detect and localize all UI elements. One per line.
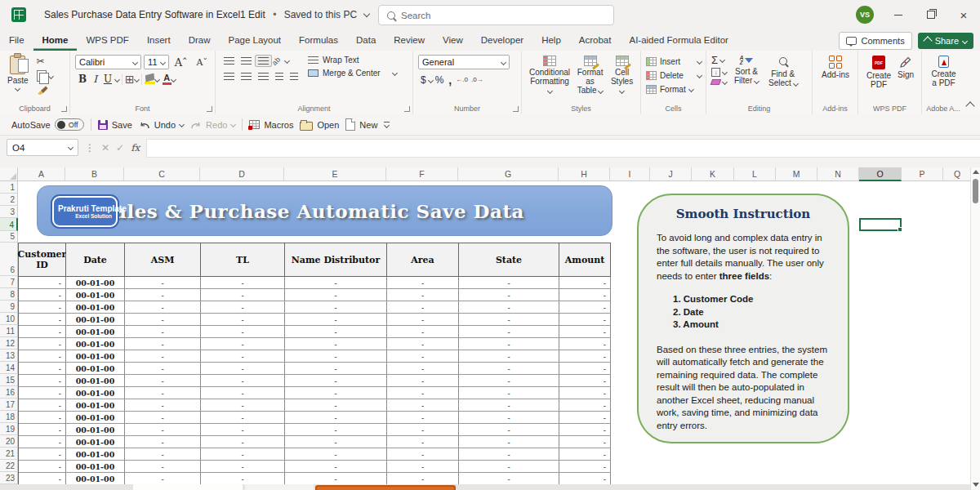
orientation-icon[interactable]: ab bbox=[270, 55, 282, 66]
row-header-19[interactable]: 19 bbox=[0, 423, 18, 435]
search-input[interactable]: Search bbox=[378, 5, 614, 25]
format-painter-icon[interactable] bbox=[37, 86, 48, 95]
collapse-ribbon-icon[interactable] bbox=[965, 101, 974, 110]
open-button[interactable]: Open bbox=[300, 119, 339, 131]
grid-cell[interactable]: 00-01-00 bbox=[66, 424, 125, 436]
grid-cell[interactable]: - bbox=[559, 399, 611, 412]
selected-cell-O4[interactable] bbox=[859, 218, 902, 231]
row-header-17[interactable]: 17 bbox=[0, 399, 18, 411]
grid-cell[interactable]: - bbox=[559, 363, 611, 375]
tab-data[interactable]: Data bbox=[347, 29, 385, 51]
row-header-4[interactable]: 4 bbox=[0, 218, 18, 231]
tab-ai-aided-formula-editor[interactable]: AI-aided Formula Editor bbox=[620, 29, 737, 51]
grid-cell[interactable]: - bbox=[387, 399, 459, 412]
grid-cell[interactable]: - bbox=[459, 424, 559, 436]
grid-cell[interactable]: - bbox=[201, 461, 285, 473]
grid-cell[interactable]: - bbox=[19, 436, 66, 448]
shrink-font-button[interactable]: Aˇ bbox=[194, 57, 211, 68]
row-header-9[interactable]: 9 bbox=[0, 301, 18, 313]
grid-cell[interactable]: - bbox=[125, 277, 201, 289]
autosave-toggle[interactable]: AutoSave Off bbox=[11, 118, 84, 131]
row-header-21[interactable]: 21 bbox=[0, 448, 18, 460]
comments-button[interactable]: Comments bbox=[839, 32, 911, 50]
avatar[interactable]: VS bbox=[856, 6, 874, 24]
align-left-button[interactable] bbox=[220, 70, 238, 82]
scroll-up-icon[interactable] bbox=[973, 170, 979, 174]
grid-cell[interactable]: - bbox=[559, 326, 611, 338]
increase-indent-button[interactable] bbox=[287, 70, 301, 82]
close-button[interactable]: × bbox=[947, 0, 980, 29]
grid-cell[interactable]: - bbox=[19, 301, 66, 314]
grid-cell[interactable]: - bbox=[459, 350, 559, 363]
grid-cell[interactable]: - bbox=[459, 326, 559, 338]
grid-cell[interactable]: - bbox=[559, 314, 611, 326]
grid-cell[interactable]: - bbox=[201, 448, 285, 461]
column-header-P[interactable]: P bbox=[902, 167, 943, 181]
grid-cell[interactable]: - bbox=[459, 289, 559, 301]
grid-cell[interactable]: - bbox=[387, 412, 459, 424]
grid-cell[interactable]: - bbox=[201, 314, 285, 326]
grid-cell[interactable]: 00-01-00 bbox=[66, 338, 125, 350]
grid-cell[interactable]: 00-01-00 bbox=[66, 473, 125, 485]
column-header-K[interactable]: K bbox=[692, 167, 734, 181]
row-header-3[interactable]: 3 bbox=[0, 206, 18, 218]
row-header-14[interactable]: 14 bbox=[0, 362, 18, 374]
grid-cell[interactable]: - bbox=[19, 277, 66, 289]
grid-cell[interactable]: - bbox=[459, 412, 559, 424]
grid-cell[interactable]: - bbox=[285, 399, 387, 412]
grid-cell[interactable]: 00-01-00 bbox=[66, 448, 125, 461]
wrap-text-button[interactable]: Wrap Text bbox=[308, 56, 397, 65]
column-header-H[interactable]: H bbox=[559, 167, 610, 181]
tab-acrobat[interactable]: Acrobat bbox=[570, 29, 621, 51]
redo-button[interactable]: Redo bbox=[190, 120, 235, 130]
row-header-23[interactable]: 23 bbox=[0, 472, 18, 484]
column-header-B[interactable]: B bbox=[65, 167, 124, 181]
grid-cell[interactable]: - bbox=[19, 375, 66, 387]
grid-cell[interactable]: - bbox=[559, 289, 611, 301]
grid-cell[interactable]: - bbox=[125, 289, 201, 301]
grid-cell[interactable]: - bbox=[285, 436, 387, 448]
grid-cell[interactable]: - bbox=[559, 277, 611, 289]
clipboard-dialog-launcher[interactable] bbox=[61, 106, 67, 112]
sheet-tab[interactable] bbox=[245, 484, 314, 490]
row-header-11[interactable]: 11 bbox=[0, 325, 18, 337]
autosum-button[interactable]: Σ bbox=[711, 55, 727, 65]
grid-cell[interactable]: 00-01-00 bbox=[66, 412, 125, 424]
column-header-O[interactable]: O bbox=[859, 167, 902, 181]
column-header-E[interactable]: E bbox=[284, 167, 386, 181]
number-dialog-launcher[interactable] bbox=[513, 106, 519, 112]
sort-filter-button[interactable]: AZ Sort &Filter bbox=[732, 55, 761, 88]
grid-cell[interactable]: 00-01-00 bbox=[66, 350, 125, 363]
grid-cell[interactable]: - bbox=[285, 350, 387, 363]
new-button[interactable]: New bbox=[345, 118, 377, 131]
column-header-D[interactable]: D bbox=[200, 167, 284, 181]
merge-center-button[interactable]: Merge & Center bbox=[308, 69, 397, 78]
grid-cell[interactable]: - bbox=[201, 289, 285, 301]
create-a-pdf-button[interactable]: Createa PDF bbox=[927, 55, 960, 88]
grid-cell[interactable]: - bbox=[19, 289, 66, 301]
tab-page-layout[interactable]: Page Layout bbox=[219, 29, 290, 51]
grid-cell[interactable]: - bbox=[459, 277, 559, 289]
tab-view[interactable]: View bbox=[434, 29, 472, 51]
row-header-15[interactable]: 15 bbox=[0, 374, 18, 386]
tab-insert[interactable]: Insert bbox=[138, 29, 180, 51]
bold-button[interactable]: B bbox=[75, 74, 90, 85]
grid-cell[interactable]: - bbox=[387, 289, 459, 301]
grid-cell[interactable]: - bbox=[559, 301, 611, 314]
align-right-button[interactable] bbox=[255, 70, 272, 82]
grid-cell[interactable]: - bbox=[285, 461, 387, 473]
row-header-16[interactable]: 16 bbox=[0, 386, 18, 399]
grid-cell[interactable]: 00-01-00 bbox=[66, 301, 125, 314]
grid-cell[interactable]: - bbox=[387, 375, 459, 387]
tab-wps-pdf[interactable]: WPS PDF bbox=[77, 29, 137, 51]
table-header-asm[interactable]: ASM bbox=[125, 243, 201, 277]
increase-decimal-button[interactable]: ←.0 bbox=[454, 77, 470, 83]
grid-cell[interactable]: 00-01-00 bbox=[66, 363, 125, 375]
grid-cell[interactable]: - bbox=[387, 436, 459, 448]
row-header-20[interactable]: 20 bbox=[0, 435, 18, 448]
font-family-select[interactable]: Calibri bbox=[75, 55, 141, 69]
grid-cell[interactable]: - bbox=[387, 473, 459, 485]
grid-cell[interactable]: - bbox=[285, 375, 387, 387]
grid-cell[interactable]: - bbox=[559, 448, 611, 461]
grid-cell[interactable]: - bbox=[387, 461, 459, 473]
